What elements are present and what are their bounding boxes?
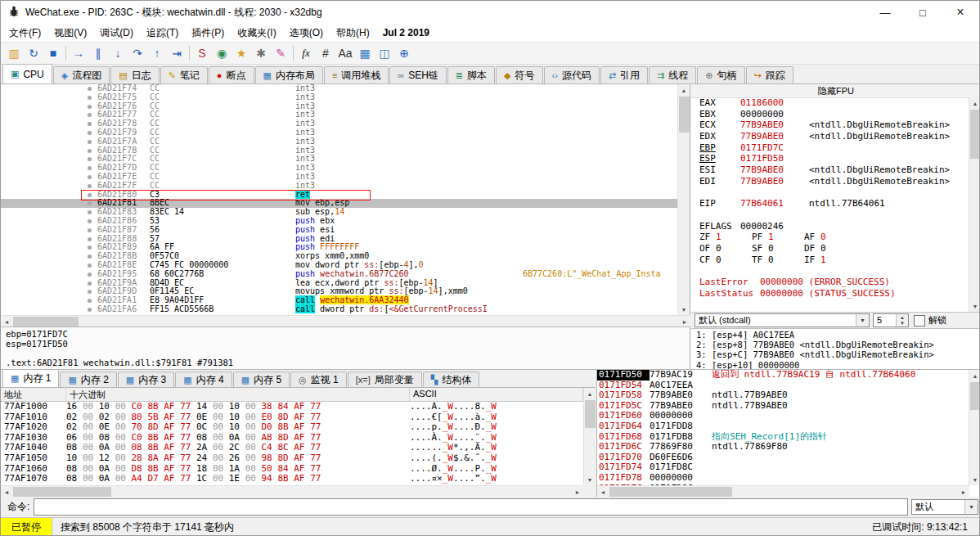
restart-button[interactable]: ↻ xyxy=(24,44,43,62)
scroll-arrow-icon[interactable]: ▼ xyxy=(969,474,980,485)
stack-row[interactable]: 0171FD6C77869F80ntdll.77869F80 xyxy=(597,442,969,453)
menu-view[interactable]: 视图(V) xyxy=(47,24,93,43)
scroll-thumb[interactable] xyxy=(13,487,111,497)
register-row[interactable]: EIP77B64061ntdll.77B64061 xyxy=(691,198,969,209)
tab-memory-1[interactable]: ▦内存 1 xyxy=(2,369,59,387)
register-row[interactable]: OF 0SF 0DF 0 xyxy=(691,243,969,254)
stack-row[interactable]: 0171FD640171FDD8 xyxy=(597,421,969,432)
register-row[interactable]: ESI77B9ABE0<ntdll.DbgUiRemoteBreakin> xyxy=(691,164,969,176)
disasm-row[interactable]: 6AD21F7FCCint3 xyxy=(1,182,677,191)
tab-locals[interactable]: [x=]局部变量 xyxy=(348,372,422,387)
tab-watch-1[interactable]: ◎监视 1 xyxy=(290,372,347,387)
open-file-button[interactable]: ▥ xyxy=(4,44,24,62)
scroll-arrow-icon[interactable]: ◄ xyxy=(597,486,609,498)
breakpoint-dot[interactable] xyxy=(88,263,92,268)
tab-memory-5[interactable]: ▦内存 5 xyxy=(233,372,290,387)
memory-column-header[interactable]: 十六进制 xyxy=(66,388,410,401)
breakpoint-dot[interactable] xyxy=(88,254,92,259)
breakpoint-dot[interactable] xyxy=(88,113,92,117)
chevron-down-icon[interactable]: ▼ xyxy=(964,500,978,514)
stack-vscrollbar[interactable]: ▲▼ xyxy=(969,370,980,485)
breakpoint-dot[interactable] xyxy=(88,157,92,161)
scroll-arrow-icon[interactable]: ▼ xyxy=(584,474,596,485)
disasm-hscrollbar[interactable]: ◄► xyxy=(1,315,690,327)
stop-button[interactable]: ■ xyxy=(43,44,63,62)
disasm-row[interactable]: 6AD21F7ACCint3 xyxy=(1,137,677,146)
scylla-button[interactable]: S xyxy=(192,44,212,62)
breakpoint-dot[interactable] xyxy=(88,237,92,241)
tab-references[interactable]: ⇄引用 xyxy=(600,66,648,83)
registers-vscrollbar[interactable]: ▲▼ xyxy=(969,97,980,312)
register-row[interactable]: EBP0171FD7C xyxy=(691,142,969,154)
breakpoint-dot[interactable] xyxy=(88,193,92,197)
breakpoint-dot[interactable] xyxy=(88,184,92,188)
argument-row[interactable]: 1: [esp+4] A0C17EEA xyxy=(691,330,980,340)
scroll-arrow-icon[interactable]: ◄ xyxy=(1,316,12,327)
memory-vscrollbar[interactable]: ▲▼ xyxy=(583,388,596,485)
checkbox-box[interactable] xyxy=(914,315,925,327)
tab-handles[interactable]: ⊕句柄 xyxy=(697,66,744,83)
register-row[interactable]: EAX01186000 xyxy=(691,97,969,109)
unlock-checkbox[interactable]: 解锁 xyxy=(914,314,946,327)
hash-button[interactable]: # xyxy=(316,44,335,62)
graph-button[interactable]: ◉ xyxy=(212,44,232,62)
breakpoint-dot[interactable] xyxy=(88,149,92,153)
argument-row[interactable]: 3: [esp+C] 77B9ABE0 <ntdll.DbgUiRemoteBr… xyxy=(691,349,980,359)
minimize-button[interactable]: — xyxy=(866,1,904,24)
breakpoint-dot[interactable] xyxy=(88,228,92,232)
tab-memory-2[interactable]: ▦内存 2 xyxy=(60,372,116,387)
register-row[interactable]: CF 0TF 0IF 1 xyxy=(691,254,969,266)
menu-help[interactable]: 帮助(H) xyxy=(330,24,376,43)
scroll-thumb[interactable] xyxy=(970,382,980,410)
step-into-button[interactable]: ↓ xyxy=(108,44,128,62)
tab-memory-map[interactable]: ▦内存布局 xyxy=(255,66,323,83)
breakpoint-dot[interactable] xyxy=(88,122,92,126)
breakpoint-dot[interactable] xyxy=(88,290,92,294)
breakpoint-dot[interactable] xyxy=(88,105,92,109)
register-row[interactable]: EFLAGS00000246 xyxy=(691,221,969,232)
globe-button[interactable]: ⊕ xyxy=(394,44,414,62)
memory-dump[interactable]: 77AF100016 00 10 00 C0 8B AF 77 14 00 10… xyxy=(1,402,583,485)
argument-row[interactable]: 4: [esp+10] 00000000 xyxy=(691,360,980,369)
calling-convention-select[interactable]: 默认 (stdcall) ▼ xyxy=(695,313,870,327)
hide-fpu-button[interactable]: 隐藏FPU xyxy=(691,84,980,98)
disasm-row[interactable]: 6AD21FA6FF15 ACD5566Bcall dword ptr ds:[… xyxy=(1,305,677,314)
scroll-arrow-icon[interactable]: ► xyxy=(679,316,690,327)
tab-log[interactable]: ▤日志 xyxy=(110,66,159,83)
stack-row[interactable]: 0171FD5077B9AC19返回到 ntdll.77B9AC19 自 ntd… xyxy=(597,370,969,381)
run-button[interactable]: → xyxy=(69,44,88,62)
registers-list[interactable]: EAX01186000EBX00000000ECX77B9ABE0<ntdll.… xyxy=(691,97,969,312)
tab-graph[interactable]: ◈流程图 xyxy=(53,66,110,83)
breakpoint-dot[interactable] xyxy=(88,175,92,179)
stack-hscrollbar[interactable]: ◄► xyxy=(597,485,969,497)
settings-button[interactable]: ✱ xyxy=(251,44,271,62)
tab-threads[interactable]: ⇉线程 xyxy=(649,66,696,83)
menu-options[interactable]: 选项(O) xyxy=(283,24,330,43)
pause-button[interactable]: ∥ xyxy=(88,44,108,62)
menu-trace[interactable]: 追踪(T) xyxy=(140,24,185,43)
arguments-pane[interactable]: 1: [esp+4] A0C17EEA2: [esp+8] 77B9ABE0 <… xyxy=(691,328,980,369)
scroll-arrow-icon[interactable]: ▲ xyxy=(584,388,596,399)
appearance-button[interactable]: Aa xyxy=(335,44,355,62)
tab-call-stack[interactable]: ≡调用堆栈 xyxy=(324,66,389,83)
scroll-arrow-icon[interactable]: ▲ xyxy=(969,97,980,109)
chevron-down-icon[interactable]: ▼ xyxy=(856,314,869,327)
scroll-thumb[interactable] xyxy=(970,110,980,159)
breakpoint-dot[interactable] xyxy=(88,131,92,135)
execute-till-return-button[interactable]: ↑ xyxy=(147,44,167,62)
calculator-button[interactable]: ▦ xyxy=(355,44,375,62)
breakpoint-dot[interactable] xyxy=(88,140,92,144)
register-row[interactable]: LastStatus00000000 (STATUS_SUCCESS) xyxy=(691,288,969,300)
disasm-row[interactable]: 6AD21F8756push esi xyxy=(1,226,677,235)
maximize-button[interactable]: □ xyxy=(904,1,942,24)
register-row[interactable]: LastError00000000 (ERROR_SUCCESS) xyxy=(691,277,969,288)
register-row[interactable]: EBX00000000 xyxy=(691,109,969,120)
scroll-arrow-icon[interactable]: ◄ xyxy=(1,486,12,498)
scroll-arrow-icon[interactable]: ▼ xyxy=(969,300,980,312)
favourites-button[interactable]: ★ xyxy=(232,44,251,62)
breakpoint-dot[interactable] xyxy=(88,166,92,170)
run-to-user-code-button[interactable]: ⇥ xyxy=(167,44,187,62)
scroll-thumb[interactable] xyxy=(679,97,690,133)
tab-script[interactable]: ≣脚本 xyxy=(447,66,495,83)
memory-hscrollbar[interactable]: ◄► xyxy=(1,485,583,497)
